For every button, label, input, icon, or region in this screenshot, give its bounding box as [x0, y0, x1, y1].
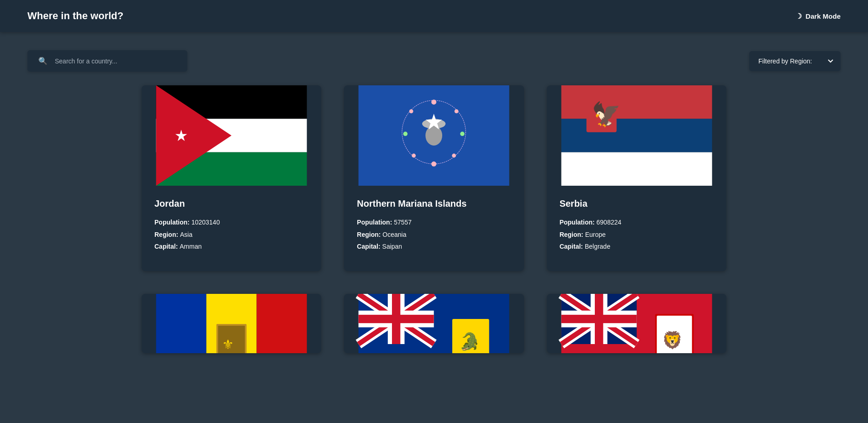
capital-label-nmi: Capital:: [357, 243, 382, 250]
header: Where in the world? ☽ Dark Mode: [0, 0, 868, 32]
country-detail-jordan: Population: 10203140 Region: Asia Capita…: [154, 216, 308, 253]
svg-text:🐊: 🐊: [459, 332, 480, 352]
svg-text:🦁: 🦁: [662, 330, 683, 350]
svg-point-18: [409, 109, 413, 113]
svg-text:⚜: ⚜: [222, 337, 234, 352]
svg-point-11: [431, 99, 436, 104]
capital-value-serbia: Belgrade: [585, 243, 610, 250]
dark-mode-label: Dark Mode: [805, 12, 841, 20]
population-label-nmi: Population:: [357, 219, 394, 226]
flag-nmi: [344, 85, 524, 186]
country-name-serbia: Serbia: [560, 198, 714, 209]
svg-rect-21: [561, 152, 712, 186]
card-nmi[interactable]: Northern Mariana Islands Population: 575…: [344, 85, 524, 271]
region-filter[interactable]: Filtered by Region: Africa Americas Asia…: [749, 51, 841, 71]
svg-rect-50: [561, 315, 636, 323]
svg-rect-38: [359, 315, 434, 323]
population-label-serbia: Population:: [560, 219, 597, 226]
svg-point-12: [455, 109, 459, 113]
card-body-nmi: Northern Mariana Islands Population: 575…: [344, 186, 524, 271]
capital-value-jordan: Amman: [180, 243, 201, 250]
region-value-nmi: Oceania: [382, 231, 406, 238]
site-title: Where in the world?: [27, 10, 123, 22]
svg-point-15: [431, 162, 436, 167]
card-body-serbia: Serbia Population: 6908224 Region: Europ…: [547, 186, 726, 271]
card-body-jordan: Jordan Population: 10203140 Region: Asia…: [142, 186, 321, 271]
region-value-serbia: Europe: [585, 231, 606, 238]
svg-point-17: [403, 132, 408, 136]
country-cards-grid: Jordan Population: 10203140 Region: Asia…: [114, 85, 754, 381]
svg-point-13: [460, 132, 465, 136]
region-label-nmi: Region:: [357, 231, 382, 238]
svg-rect-24: [156, 294, 206, 353]
controls-bar: 🔍 Filtered by Region: Africa Americas As…: [0, 32, 868, 85]
flag-cayman: 🐊: [344, 294, 524, 353]
flag-andorra: ⚜: [142, 294, 321, 353]
flag-bermuda: 🦁: [547, 294, 726, 353]
country-detail-nmi: Population: 57557 Region: Oceania Capita…: [357, 216, 511, 253]
dark-mode-toggle[interactable]: ☽ Dark Mode: [795, 12, 841, 21]
capital-label: Capital:: [154, 243, 180, 250]
country-detail-serbia: Population: 6908224 Region: Europe Capit…: [560, 216, 714, 253]
flag-jordan: [142, 85, 321, 186]
card-serbia[interactable]: 🦅 Serbia Population: 6908224 Region: Eur…: [547, 85, 726, 271]
card-bermuda[interactable]: 🦁: [547, 294, 726, 353]
flag-serbia: 🦅: [547, 85, 726, 186]
svg-text:🦅: 🦅: [591, 100, 621, 128]
region-label-serbia: Region:: [560, 231, 585, 238]
region-label: Region:: [154, 231, 180, 238]
population-value-nmi: 57557: [394, 219, 412, 226]
card-andorra[interactable]: ⚜: [142, 294, 321, 353]
country-name-nmi: Northern Mariana Islands: [357, 198, 511, 209]
svg-rect-20: [561, 119, 712, 152]
capital-value-nmi: Saipan: [382, 243, 402, 250]
capital-label-serbia: Capital:: [560, 243, 585, 250]
population-value-jordan: 10203140: [191, 219, 220, 226]
moon-icon: ☽: [795, 12, 802, 21]
search-box: 🔍: [27, 50, 187, 72]
svg-rect-19: [561, 85, 712, 119]
search-icon: 🔍: [38, 57, 48, 65]
population-label: Population:: [154, 219, 191, 226]
svg-point-16: [412, 154, 416, 158]
card-cayman[interactable]: 🐊: [344, 294, 524, 353]
region-value-jordan: Asia: [180, 231, 192, 238]
svg-rect-26: [257, 294, 307, 353]
country-name-jordan: Jordan: [154, 198, 308, 209]
population-value-serbia: 6908224: [597, 219, 622, 226]
card-jordan[interactable]: Jordan Population: 10203140 Region: Asia…: [142, 85, 321, 271]
svg-point-14: [452, 154, 456, 158]
search-input[interactable]: [55, 57, 176, 65]
